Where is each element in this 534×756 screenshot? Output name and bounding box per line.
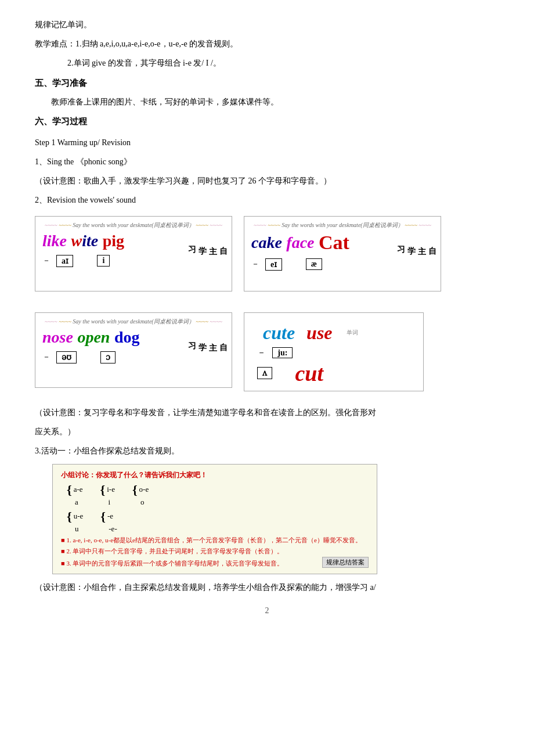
- cute-use-row: cute use 单词: [263, 322, 416, 344]
- word-wite: wite: [71, 232, 99, 250]
- card2-header: ~~~~ Say the words with your deskmate(同桌…: [251, 221, 434, 229]
- word-nose: nose: [42, 328, 73, 347]
- word-cute: cute: [263, 322, 295, 344]
- word-pig: pig: [103, 232, 124, 250]
- card2-phonetics: － eɪ æ: [251, 258, 434, 271]
- phonetic-ou: əʊ: [56, 351, 77, 363]
- card1-zizhu: 自主学习: [186, 240, 228, 241]
- oe-group: { o-e o: [132, 483, 149, 507]
- task2-label: 2、Revision the vowels' sound: [35, 193, 499, 207]
- activity-note2: ■ 2. 单词中只有一个元音字母，并且处于词尾时，元音字母发字母音（长音）。: [61, 547, 369, 556]
- design2-line1: （设计意图：复习字母名和字母发音，让学生清楚知道字母名和音在读音上的区别。强化音…: [35, 405, 499, 420]
- design1-text: （设计意图：歌曲入手，激发学生学习兴趣，同时也复习了 26 个字母和字母音。）: [35, 174, 499, 188]
- phonetic-lambda: ʌ: [257, 367, 272, 379]
- ae-group: { a-e a: [67, 483, 83, 507]
- word-card-2: ~~~~ Say the words with your deskmate(同桌…: [244, 216, 441, 291]
- phonetic-ae: æ: [306, 258, 322, 270]
- card3-zizhu: 自主学习: [186, 336, 228, 337]
- dash2: －: [251, 259, 259, 269]
- word-like: like: [42, 232, 67, 250]
- card2-zizhu: 自主学习: [395, 240, 437, 241]
- word-cake: cake: [251, 233, 282, 252]
- card2-words: cake face Cat 自主学习: [251, 232, 434, 254]
- task3-label: 3.活动一：小组合作探索总结发音规则。: [35, 444, 499, 458]
- phonetic-ai: aɪ: [56, 255, 73, 267]
- section5-title: 五、学习准备: [35, 75, 499, 91]
- word-cards-row1: ~~~~ Say the words with your deskmate(同桌…: [35, 216, 499, 291]
- card4-label: 单词: [347, 329, 358, 337]
- activity-title: 小组讨论：你发现了什么？请告诉我们大家吧！: [61, 470, 369, 480]
- ie-group: { i-e i: [100, 483, 115, 507]
- activity-note3: ■ 3. 单词中的元音字母后紧跟一个或多个辅音字母结尾时，该元音字母发短音。: [61, 559, 283, 568]
- page-content: 规律记忆单词。 教学难点：1.归纳 a,e,i,o,u,a-e,i-e,o-e，…: [35, 17, 499, 615]
- dash4: －: [257, 348, 266, 357]
- card3-phonetics: － əʊ ɔ: [42, 351, 225, 363]
- word-cards-row2: ~~~~ Say the words with your deskmate(同桌…: [35, 312, 499, 391]
- word-cut: cut: [295, 361, 323, 386]
- phonetic-ju: ju:: [272, 347, 293, 358]
- prep-text: 教师准备上课用的图片、卡纸，写好的单词卡，多媒体课件等。: [35, 95, 499, 109]
- word-card-4: cute use 单词 － ju: ʌ cut: [244, 312, 424, 391]
- difficulty-label: 教学难点：: [35, 39, 75, 48]
- word-open: open: [77, 328, 110, 347]
- word-use: use: [306, 322, 332, 344]
- activity-box: 小组讨论：你发现了什么？请告诉我们大家吧！ { a-e a { i-e i { …: [52, 464, 377, 574]
- word-cat: Cat: [319, 232, 349, 254]
- word-card-1: ~~~~ Say the words with your deskmate(同桌…: [35, 216, 232, 291]
- dash3: －: [42, 352, 50, 362]
- word-dog: dog: [114, 328, 140, 347]
- design3-line1: （设计意图：小组合作，自主探索总结发音规则，培养学生小组合作及探索的能力，增强学…: [35, 580, 499, 595]
- page-number: 2: [35, 606, 499, 615]
- ue-group: { u-e u: [67, 509, 83, 534]
- card3-header: ~~~~ Say the words with your deskmate(同桌…: [42, 318, 225, 326]
- e-group: { -e -e-: [100, 509, 117, 534]
- phonetic-ei: eɪ: [265, 258, 282, 271]
- dash1: －: [42, 255, 50, 266]
- card3-words: nose open dog 自主学习: [42, 328, 225, 347]
- card1-header: ~~~~ Say the words with your deskmate(同桌…: [42, 221, 225, 229]
- word-card-3: ~~~~ Say the words with your deskmate(同桌…: [35, 312, 232, 388]
- section6-title: 六、学习过程: [35, 114, 499, 129]
- word-face: face: [286, 233, 314, 252]
- difficulty-para: 教学难点：1.归纳 a,e,i,o,u,a-e,i-e,o-e，u-e,-e 的…: [35, 37, 499, 51]
- cut-row: ʌ cut: [251, 361, 416, 386]
- show-answer-button[interactable]: 规律总结答案: [322, 557, 369, 568]
- line1: 规律记忆单词。: [35, 17, 499, 32]
- card1-phonetics: － aɪ i: [42, 255, 225, 267]
- step1-label: Step 1 Warming up/ Revision: [35, 135, 499, 150]
- difficulty1: 1.归纳 a,e,i,o,u,a-e,i-e,o-e，u-e,-e 的发音规则。: [75, 39, 238, 48]
- phonetic-i: i: [97, 255, 110, 267]
- activity-note1: ■ 1. a-e, i-e, o-e, u-e都是以e结尾的元音组合，第一个元音…: [61, 536, 369, 545]
- difficulty2: 2.单词 give 的发音，其字母组合 i-e 发/ I /。: [35, 56, 499, 70]
- phonetic-o: ɔ: [100, 351, 116, 363]
- cute-phonetics: － ju:: [257, 347, 416, 358]
- design2-line2: 应关系。）: [35, 424, 499, 439]
- card1-words: like wite pig 自主学习: [42, 232, 225, 250]
- task1-label: 1、Sing the 《phonic song》: [35, 154, 499, 169]
